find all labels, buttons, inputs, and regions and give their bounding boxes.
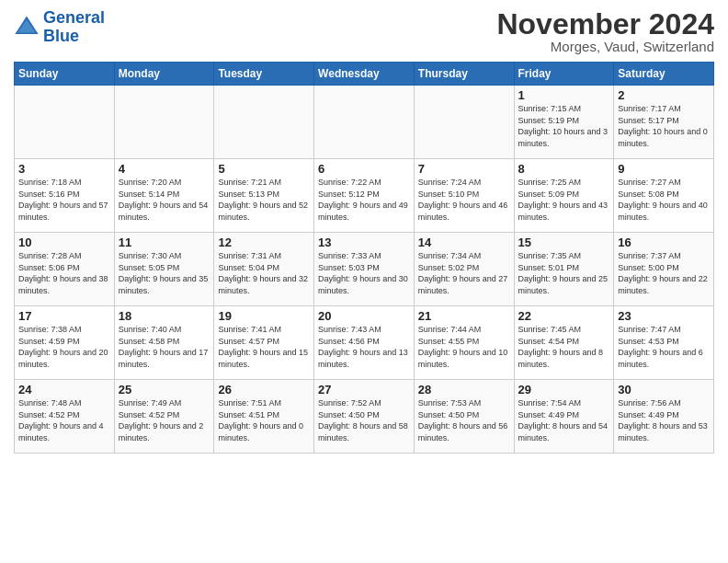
calendar-cell: 27Sunrise: 7:52 AM Sunset: 4:50 PM Dayli… [314, 380, 415, 454]
day-info: Sunrise: 7:24 AM Sunset: 5:10 PM Dayligh… [418, 177, 510, 223]
day-number: 11 [119, 236, 210, 249]
calendar-cell: 28Sunrise: 7:53 AM Sunset: 4:50 PM Dayli… [414, 380, 514, 454]
calendar-cell: 13Sunrise: 7:33 AM Sunset: 5:03 PM Dayli… [314, 233, 415, 306]
calendar-cell: 29Sunrise: 7:54 AM Sunset: 4:49 PM Dayli… [514, 380, 614, 454]
day-info: Sunrise: 7:52 AM Sunset: 4:50 PM Dayligh… [318, 397, 410, 443]
day-number: 24 [18, 383, 110, 396]
calendar-cell [314, 86, 415, 159]
day-info: Sunrise: 7:43 AM Sunset: 4:56 PM Dayligh… [318, 324, 410, 370]
calendar-cell: 11Sunrise: 7:30 AM Sunset: 5:05 PM Dayli… [114, 233, 214, 306]
day-info: Sunrise: 7:47 AM Sunset: 4:53 PM Dayligh… [618, 324, 710, 370]
day-number: 7 [418, 162, 510, 176]
week-row-1: 1Sunrise: 7:15 AM Sunset: 5:19 PM Daylig… [15, 86, 714, 159]
calendar-cell: 9Sunrise: 7:27 AM Sunset: 5:08 PM Daylig… [614, 159, 714, 233]
calendar-cell [214, 86, 314, 159]
week-row-5: 24Sunrise: 7:48 AM Sunset: 4:52 PM Dayli… [15, 380, 714, 454]
day-info: Sunrise: 7:21 AM Sunset: 5:13 PM Dayligh… [218, 177, 310, 223]
calendar-cell [414, 86, 514, 159]
calendar-cell: 12Sunrise: 7:31 AM Sunset: 5:04 PM Dayli… [214, 233, 314, 306]
day-info: Sunrise: 7:37 AM Sunset: 5:00 PM Dayligh… [618, 250, 710, 296]
day-number: 5 [218, 162, 310, 176]
day-info: Sunrise: 7:27 AM Sunset: 5:08 PM Dayligh… [618, 177, 710, 223]
day-info: Sunrise: 7:56 AM Sunset: 4:49 PM Dayligh… [618, 397, 710, 443]
day-number: 23 [618, 309, 710, 323]
week-row-3: 10Sunrise: 7:28 AM Sunset: 5:06 PM Dayli… [15, 233, 714, 306]
logo-line1: General [43, 8, 105, 27]
calendar-table: SundayMondayTuesdayWednesdayThursdayFrid… [14, 62, 714, 454]
day-number: 4 [119, 162, 210, 176]
day-info: Sunrise: 7:49 AM Sunset: 4:52 PM Dayligh… [119, 397, 210, 443]
weekday-header-saturday: Saturday [614, 63, 714, 86]
calendar-cell: 20Sunrise: 7:43 AM Sunset: 4:56 PM Dayli… [314, 306, 415, 380]
day-info: Sunrise: 7:33 AM Sunset: 5:03 PM Dayligh… [318, 250, 410, 296]
calendar-cell: 14Sunrise: 7:34 AM Sunset: 5:02 PM Dayli… [414, 233, 514, 306]
day-number: 13 [318, 236, 410, 249]
day-info: Sunrise: 7:25 AM Sunset: 5:09 PM Dayligh… [518, 177, 610, 223]
day-info: Sunrise: 7:18 AM Sunset: 5:16 PM Dayligh… [18, 177, 110, 223]
calendar-cell: 15Sunrise: 7:35 AM Sunset: 5:01 PM Dayli… [514, 233, 614, 306]
day-number: 12 [218, 236, 310, 249]
day-number: 27 [318, 383, 410, 396]
calendar-cell: 16Sunrise: 7:37 AM Sunset: 5:00 PM Dayli… [614, 233, 714, 306]
day-number: 29 [518, 383, 610, 396]
weekday-header-tuesday: Tuesday [214, 63, 314, 86]
calendar-cell: 25Sunrise: 7:49 AM Sunset: 4:52 PM Dayli… [114, 380, 214, 454]
calendar-cell: 3Sunrise: 7:18 AM Sunset: 5:16 PM Daylig… [15, 159, 115, 233]
day-number: 16 [618, 236, 710, 249]
day-info: Sunrise: 7:41 AM Sunset: 4:57 PM Dayligh… [218, 324, 310, 370]
day-number: 22 [518, 309, 610, 323]
day-info: Sunrise: 7:48 AM Sunset: 4:52 PM Dayligh… [18, 397, 110, 443]
calendar-cell: 22Sunrise: 7:45 AM Sunset: 4:54 PM Dayli… [514, 306, 614, 380]
day-number: 9 [618, 162, 710, 176]
weekday-header-thursday: Thursday [414, 63, 514, 86]
day-info: Sunrise: 7:31 AM Sunset: 5:04 PM Dayligh… [218, 250, 310, 296]
day-number: 10 [18, 236, 110, 249]
day-info: Sunrise: 7:35 AM Sunset: 5:01 PM Dayligh… [518, 250, 610, 296]
day-number: 18 [119, 309, 210, 323]
calendar-cell: 21Sunrise: 7:44 AM Sunset: 4:55 PM Dayli… [414, 306, 514, 380]
calendar-cell: 1Sunrise: 7:15 AM Sunset: 5:19 PM Daylig… [514, 86, 614, 159]
day-number: 21 [418, 309, 510, 323]
weekday-header-wednesday: Wednesday [314, 63, 415, 86]
day-info: Sunrise: 7:51 AM Sunset: 4:51 PM Dayligh… [218, 397, 310, 443]
logo-icon [14, 15, 40, 40]
day-number: 2 [618, 88, 710, 102]
day-info: Sunrise: 7:22 AM Sunset: 5:12 PM Dayligh… [318, 177, 410, 223]
calendar-cell: 19Sunrise: 7:41 AM Sunset: 4:57 PM Dayli… [214, 306, 314, 380]
day-info: Sunrise: 7:30 AM Sunset: 5:05 PM Dayligh… [119, 250, 210, 296]
day-info: Sunrise: 7:38 AM Sunset: 4:59 PM Dayligh… [18, 324, 110, 370]
calendar-cell: 24Sunrise: 7:48 AM Sunset: 4:52 PM Dayli… [15, 380, 115, 454]
location: Morges, Vaud, Switzerland [496, 39, 714, 54]
week-row-4: 17Sunrise: 7:38 AM Sunset: 4:59 PM Dayli… [15, 306, 714, 380]
day-number: 6 [318, 162, 410, 176]
calendar-cell [114, 86, 214, 159]
calendar-cell: 2Sunrise: 7:17 AM Sunset: 5:17 PM Daylig… [614, 86, 714, 159]
calendar-cell: 26Sunrise: 7:51 AM Sunset: 4:51 PM Dayli… [214, 380, 314, 454]
day-number: 17 [18, 309, 110, 323]
title-area: November 2024 Morges, Vaud, Switzerland [496, 9, 714, 54]
day-number: 1 [518, 88, 610, 102]
day-info: Sunrise: 7:15 AM Sunset: 5:19 PM Dayligh… [518, 103, 610, 149]
day-info: Sunrise: 7:54 AM Sunset: 4:49 PM Dayligh… [518, 397, 610, 443]
weekday-header-friday: Friday [514, 63, 614, 86]
day-info: Sunrise: 7:53 AM Sunset: 4:50 PM Dayligh… [418, 397, 510, 443]
calendar-cell: 18Sunrise: 7:40 AM Sunset: 4:58 PM Dayli… [114, 306, 214, 380]
day-info: Sunrise: 7:34 AM Sunset: 5:02 PM Dayligh… [418, 250, 510, 296]
month-title: November 2024 [496, 9, 714, 39]
calendar-cell: 5Sunrise: 7:21 AM Sunset: 5:13 PM Daylig… [214, 159, 314, 233]
day-info: Sunrise: 7:40 AM Sunset: 4:58 PM Dayligh… [119, 324, 210, 370]
logo-line2: Blue [43, 27, 79, 45]
day-number: 14 [418, 236, 510, 249]
calendar-cell: 30Sunrise: 7:56 AM Sunset: 4:49 PM Dayli… [614, 380, 714, 454]
calendar-cell: 4Sunrise: 7:20 AM Sunset: 5:14 PM Daylig… [114, 159, 214, 233]
logo-text: General Blue [43, 9, 105, 46]
calendar-cell: 8Sunrise: 7:25 AM Sunset: 5:09 PM Daylig… [514, 159, 614, 233]
calendar-cell: 17Sunrise: 7:38 AM Sunset: 4:59 PM Dayli… [15, 306, 115, 380]
day-number: 8 [518, 162, 610, 176]
day-number: 3 [18, 162, 110, 176]
day-number: 15 [518, 236, 610, 249]
day-info: Sunrise: 7:28 AM Sunset: 5:06 PM Dayligh… [18, 250, 110, 296]
calendar-cell [15, 86, 115, 159]
calendar-cell: 6Sunrise: 7:22 AM Sunset: 5:12 PM Daylig… [314, 159, 415, 233]
day-number: 25 [119, 383, 210, 396]
